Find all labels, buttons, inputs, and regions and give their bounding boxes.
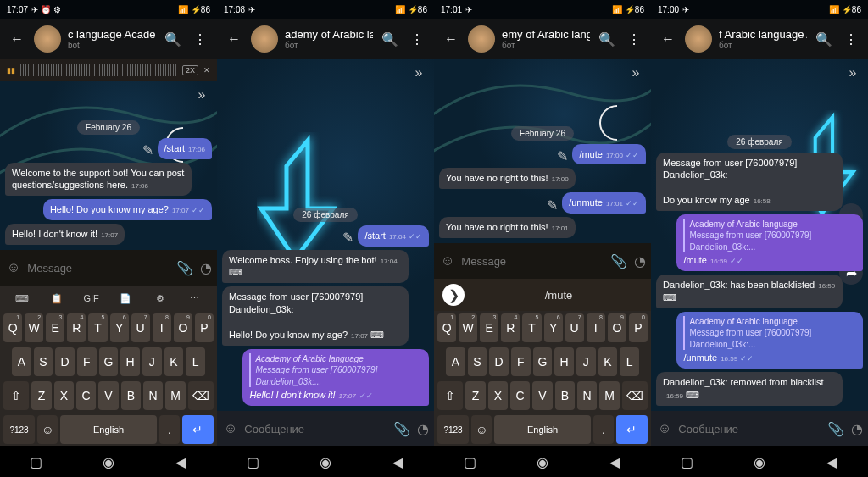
message-in[interactable]: You have no right to this!17:01 [439,217,576,238]
sticker-icon[interactable]: ◔ [634,252,646,270]
message-out[interactable]: /unmute17:01 ✓✓ [562,192,646,214]
key-y[interactable]: Y6 [110,313,129,342]
key-r[interactable]: R4 [67,313,86,342]
key-s[interactable]: S [34,347,53,376]
message-input[interactable] [27,262,170,275]
key-v[interactable]: V [532,381,552,410]
key-o[interactable]: O9 [608,313,626,342]
message-in[interactable]: Welcome boss. Enjoy using the bot!17:04 … [222,250,409,284]
key-period[interactable]: . [159,415,180,444]
key-p[interactable]: P0 [629,313,648,342]
attach-icon[interactable]: 📎 [393,419,410,438]
avatar[interactable] [685,25,712,53]
key-w[interactable]: W2 [25,313,43,342]
key-q[interactable]: Q1 [3,313,22,342]
kb-more-icon[interactable]: ⋯ [177,290,212,308]
key-d[interactable]: D [55,347,75,376]
key-x[interactable]: X [488,381,508,410]
key-i[interactable]: I8 [153,313,171,342]
back-icon[interactable]: ← [7,29,27,49]
key-emoji[interactable]: ☺ [37,415,58,444]
nav-back-icon[interactable]: ◀ [821,452,842,472]
key-h[interactable]: H [554,347,574,376]
key-m[interactable]: M [599,381,619,410]
key-e[interactable]: E3 [480,313,498,342]
expand-icon[interactable]: » [409,63,429,83]
key-g[interactable]: G [533,347,553,376]
key-y[interactable]: Y6 [544,313,563,342]
key-shift[interactable]: ⇧ [437,381,463,410]
sticker-icon[interactable]: ◔ [851,419,863,438]
more-icon[interactable]: ⋮ [624,29,644,49]
sticker-icon[interactable]: ◔ [417,419,429,438]
key-c[interactable]: C [510,381,530,410]
emoji-icon[interactable]: ☺ [224,419,237,438]
avatar[interactable] [251,25,278,53]
key-shift[interactable]: ⇧ [3,381,29,410]
key-n[interactable]: N [577,381,597,410]
key-b[interactable]: B [121,381,141,410]
key-m[interactable]: M [165,381,185,410]
close-icon[interactable]: ✕ [203,66,210,75]
message-out-reply[interactable]: Academy of Arabic languageMessage from u… [676,214,863,271]
key-o[interactable]: O9 [174,313,192,342]
key-b[interactable]: B [555,381,575,410]
back-icon[interactable]: ← [658,29,678,49]
message-out[interactable]: /mute17:00 ✓✓ [572,144,646,165]
search-icon[interactable]: 🔍 [380,29,400,49]
message-in[interactable]: Dandelion_03k: has been blacklisted16:59… [656,275,843,308]
nav-recent-icon[interactable]: ▢ [460,452,481,472]
message-in[interactable]: You have no right to this!17:00 [439,168,576,189]
expand-icon[interactable]: » [843,63,863,83]
nav-home-icon[interactable]: ◉ [315,452,336,472]
message-input[interactable] [461,255,604,268]
nav-home-icon[interactable]: ◉ [532,452,553,472]
message-out[interactable]: /start17:04 ✓✓ [358,225,429,247]
nav-back-icon[interactable]: ◀ [604,452,625,472]
key-space[interactable]: English [60,415,157,444]
back-icon[interactable]: ← [224,29,244,49]
audio-player-strip[interactable]: ▮▮ 2X ✕ [0,59,217,81]
kb-layout-icon[interactable]: ⌨ [5,290,40,308]
nav-recent-icon[interactable]: ▢ [243,452,264,472]
key-w[interactable]: W2 [459,313,477,342]
key-l[interactable]: L [186,347,205,376]
message-out-reply[interactable]: Academy of Arabic languageMessage from u… [242,349,429,406]
message-input[interactable] [678,423,821,435]
key-emoji[interactable]: ☺ [471,415,492,444]
key-h[interactable]: H [120,347,140,376]
key-z[interactable]: Z [31,381,51,410]
key-d[interactable]: D [489,347,509,376]
speed-badge[interactable]: 2X [182,65,198,75]
kb-gear-icon[interactable]: ⚙ [143,290,178,308]
key-v[interactable]: V [98,381,118,410]
message-out-reply[interactable]: Academy of Arabic languageMessage from u… [676,312,863,369]
key-t[interactable]: T5 [88,313,107,342]
attach-icon[interactable]: 📎 [610,252,627,270]
sticker-icon[interactable]: ◔ [200,258,212,277]
key-enter[interactable]: ↵ [616,415,648,444]
more-icon[interactable]: ⋮ [841,29,861,49]
nav-back-icon[interactable]: ◀ [170,452,191,472]
key-backspace[interactable]: ⌫ [622,381,648,410]
key-numeric[interactable]: ?123 [437,415,469,444]
search-icon[interactable]: 🔍 [163,29,183,49]
kb-clipboard-icon[interactable]: 📋 [40,290,75,308]
key-i[interactable]: I8 [587,313,605,342]
attach-icon[interactable]: 📎 [176,258,193,277]
key-j[interactable]: J [576,347,596,376]
key-period[interactable]: . [593,415,614,444]
expand-icon[interactable]: » [626,63,646,83]
emoji-icon[interactable]: ☺ [658,419,671,438]
key-enter[interactable]: ↵ [182,415,214,444]
expand-commands-button[interactable]: ❯ [442,284,465,306]
message-in[interactable]: Message from user [760007979] Dandelion_… [222,286,409,345]
key-f[interactable]: F [511,347,531,376]
kb-doc-icon[interactable]: 📄 [108,290,143,308]
key-numeric[interactable]: ?123 [3,415,35,444]
key-space[interactable]: English [494,415,591,444]
key-n[interactable]: N [143,381,163,410]
key-backspace[interactable]: ⌫ [188,381,214,410]
command-suggestion[interactable]: /mute [475,289,643,302]
message-out[interactable]: /start17:06 [158,138,212,159]
